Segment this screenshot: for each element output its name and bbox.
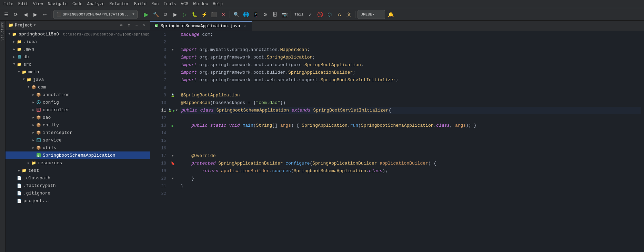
translate1-icon[interactable]: A bbox=[335, 10, 343, 19]
controller-item[interactable]: ▶ C controller bbox=[6, 106, 150, 114]
classpath-item[interactable]: 📄 .classpath bbox=[6, 174, 150, 182]
run-debug-button[interactable]: ▷ bbox=[181, 10, 189, 19]
code-line-11: public class SpringbootSchemaApplication… bbox=[181, 107, 641, 114]
resources-item[interactable]: ▶ 📁 resources bbox=[6, 159, 150, 167]
run-13[interactable]: ▶ bbox=[172, 124, 174, 128]
back-button[interactable]: ◀ bbox=[21, 10, 30, 19]
menu-file[interactable]: File bbox=[1, 1, 16, 7]
stop2-button[interactable]: ✕ bbox=[219, 10, 228, 19]
fold-20[interactable]: ▼ bbox=[172, 177, 173, 180]
tab-bar: S SpringbootSchemaApplication.java ✕ bbox=[150, 21, 644, 31]
dao-item[interactable]: ▶ 📦 dao bbox=[6, 114, 150, 121]
main-class-item[interactable]: S SpringbootSchemaApplication bbox=[6, 151, 150, 159]
ln-17: 17 bbox=[159, 154, 166, 158]
java-item[interactable]: ▼ 📁 java bbox=[6, 76, 150, 83]
close-sidebar-button[interactable]: ✕ bbox=[141, 22, 147, 29]
camera-button[interactable]: 📷 bbox=[280, 10, 289, 19]
run-11[interactable]: ▶ bbox=[173, 108, 175, 113]
db-item[interactable]: ▶ 🗄 db bbox=[6, 53, 150, 61]
service-item[interactable]: ▶ S service bbox=[6, 136, 150, 144]
rerun-button[interactable]: ↺ bbox=[161, 10, 170, 19]
classpath-icon: 📄 bbox=[17, 175, 22, 181]
build-button[interactable]: 🔨 bbox=[152, 10, 160, 19]
fold-11[interactable]: ▼ bbox=[176, 109, 178, 112]
collapse-button[interactable]: − bbox=[133, 22, 140, 29]
menu-vcs[interactable]: VCS bbox=[179, 1, 191, 7]
interceptor-item[interactable]: ▶ 📦 interceptor bbox=[6, 129, 150, 136]
code-line-12 bbox=[181, 114, 641, 122]
sdk-icon[interactable]: ⬡ bbox=[325, 10, 334, 19]
notifications-button[interactable]: 🔔 bbox=[386, 10, 395, 19]
test-item[interactable]: ▶ 📁 test bbox=[6, 167, 150, 174]
idea-item[interactable]: ▶ 📁 .idea bbox=[6, 38, 150, 45]
gi-18: 🔖 bbox=[168, 160, 178, 167]
entity-item[interactable]: ▶ 📦 entity bbox=[6, 121, 150, 129]
root-item[interactable]: ▼ 📁 springbootil5n0 C:\Users\22680\Deskt… bbox=[6, 30, 150, 38]
hamburger-icon[interactable]: ☰ bbox=[2, 10, 10, 19]
structure-tab[interactable]: Structure bbox=[1, 22, 4, 41]
debug-button[interactable]: 🐛 bbox=[190, 10, 199, 19]
ln-16: 16 bbox=[159, 146, 166, 151]
menu-view[interactable]: View bbox=[31, 1, 45, 7]
fold-17[interactable]: ▼ bbox=[172, 154, 173, 158]
code-line-21: } bbox=[181, 182, 641, 190]
run-button[interactable]: ▶ bbox=[142, 10, 150, 19]
menu-window[interactable]: Window bbox=[191, 1, 210, 7]
settings-icon[interactable]: ✓ bbox=[306, 10, 314, 19]
gitignore-item[interactable]: 📄 .gitignore bbox=[6, 189, 150, 197]
resources-arrow: ▶ bbox=[26, 160, 31, 165]
menu-navigate[interactable]: Navigate bbox=[46, 1, 70, 7]
settings-button[interactable]: ⚙ bbox=[126, 22, 132, 29]
main-icon: 📁 bbox=[21, 69, 27, 75]
mvn-item[interactable]: ▶ 📁 .mvn bbox=[6, 45, 150, 53]
phone-button[interactable]: 📱 bbox=[251, 10, 260, 19]
menu-analyze[interactable]: Analyze bbox=[85, 1, 107, 7]
fold-3[interactable]: ▼ bbox=[172, 48, 173, 52]
ln-7: 7 bbox=[159, 78, 166, 83]
browser-button[interactable]: 🌐 bbox=[242, 10, 250, 19]
chevron-down-icon[interactable]: ▼ bbox=[33, 23, 36, 27]
menu-refactor[interactable]: Refactor bbox=[107, 1, 131, 7]
tab-close-button[interactable]: ✕ bbox=[242, 23, 248, 29]
coverage-button[interactable]: ▶ bbox=[171, 10, 179, 19]
ln-3: 3 bbox=[159, 48, 166, 52]
translate2-icon[interactable]: 文 bbox=[345, 10, 353, 19]
menu-edit[interactable]: Edit bbox=[16, 1, 30, 7]
factorypath-item[interactable]: 📄 .factorypath bbox=[6, 182, 150, 189]
project-item[interactable]: 📄 project... bbox=[6, 197, 150, 204]
src-item[interactable]: ▼ 📁 src bbox=[6, 61, 150, 68]
menu-run[interactable]: Run bbox=[149, 1, 161, 7]
locate-button[interactable]: ⊕ bbox=[118, 22, 124, 29]
sidebar-header: 📁 Project ▼ ⊕ ⚙ − ✕ bbox=[6, 21, 150, 30]
utils-item[interactable]: ▶ 📦 utils bbox=[6, 144, 150, 151]
menu-build[interactable]: Build bbox=[132, 1, 149, 7]
project-dropdown[interactable]: ⬛ SPRINGBOOTSCHEMAAPPLICATION... ▼ bbox=[53, 10, 138, 19]
main-tab[interactable]: S SpringbootSchemaApplication.java ✕ bbox=[150, 21, 252, 31]
code-content[interactable]: package com; import org.mybatis.spring.a… bbox=[178, 31, 644, 252]
stop-button[interactable]: ⬛ bbox=[210, 10, 218, 19]
gi-12 bbox=[168, 114, 178, 122]
interceptor-icon: 📦 bbox=[36, 130, 41, 135]
forward-button[interactable]: ▶ bbox=[31, 10, 39, 19]
profile-button[interactable]: ⚡ bbox=[200, 10, 208, 19]
menu-code[interactable]: Code bbox=[70, 1, 84, 7]
ln-14: 14 bbox=[159, 131, 166, 136]
db-button[interactable]: 🗄 bbox=[271, 10, 279, 19]
plugin-icon[interactable]: 🚫 bbox=[316, 10, 324, 19]
menu-help[interactable]: Help bbox=[211, 1, 225, 7]
jre-dropdown[interactable]: JREBE▾ bbox=[358, 10, 385, 19]
undo-button[interactable]: ⤺ bbox=[41, 10, 49, 19]
gi-5 bbox=[168, 61, 178, 69]
annotation-item[interactable]: ▶ 📦 annotation bbox=[6, 91, 150, 98]
main-item[interactable]: ▼ 📁 main bbox=[6, 68, 150, 76]
gi-15 bbox=[168, 137, 178, 145]
com-item[interactable]: ▼ 📦 com bbox=[6, 83, 150, 91]
config-item[interactable]: ▶ config bbox=[6, 98, 150, 106]
bookmark-18: 🔖 bbox=[171, 161, 175, 166]
root-folder-icon: 📁 bbox=[12, 31, 17, 37]
search-button[interactable]: 🔍 bbox=[232, 10, 240, 19]
tools-button[interactable]: ⚙ bbox=[261, 10, 269, 19]
menu-tools[interactable]: Tools bbox=[162, 1, 178, 7]
separator-5 bbox=[355, 11, 355, 18]
reload-button[interactable]: ⟳ bbox=[12, 10, 20, 19]
